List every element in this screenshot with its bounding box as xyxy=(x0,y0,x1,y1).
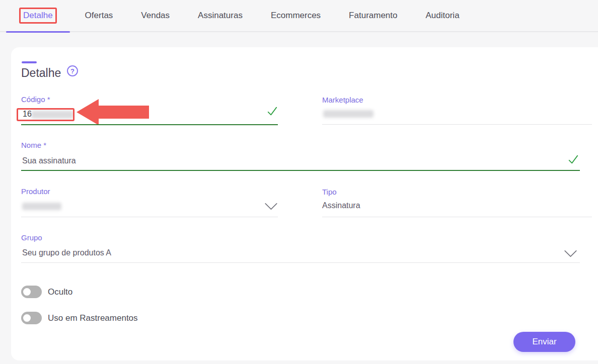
toggle-knob xyxy=(22,287,32,297)
tab-faturamento[interactable]: Faturamento xyxy=(335,0,411,32)
tab-auditoria[interactable]: Auditoria xyxy=(412,0,474,32)
tab-label: Detalhe xyxy=(23,11,53,20)
grupo-label: Grupo xyxy=(21,233,42,242)
tab-label: Ofertas xyxy=(85,11,113,21)
tab-ofertas[interactable]: Ofertas xyxy=(71,0,127,32)
product-detail-page: Detalhe Ofertas Vendas Assinaturas Ecomm… xyxy=(0,0,598,364)
tab-vendas[interactable]: Vendas xyxy=(127,0,184,32)
marketplace-underline xyxy=(322,124,592,125)
produtor-redacted-value xyxy=(22,203,61,210)
produtor-label: Produtor xyxy=(21,187,50,196)
active-tab-indicator xyxy=(6,31,70,33)
oculto-toggle[interactable] xyxy=(21,286,42,298)
tab-label: Assinaturas xyxy=(198,11,243,21)
detail-form-card: Detalhe ? Código * 16 Marketplace Nome *… xyxy=(11,47,598,360)
nome-label: Nome * xyxy=(21,141,46,149)
nome-underline xyxy=(21,170,580,171)
tab-label: Vendas xyxy=(141,11,170,21)
codigo-valid-check-icon xyxy=(267,106,278,117)
tab-label: Auditoria xyxy=(426,11,460,21)
nome-input[interactable]: Sua assinatura xyxy=(22,156,76,165)
tab-ecommerces[interactable]: Ecommerces xyxy=(257,0,335,32)
grupo-select[interactable]: Seu grupo de produtos A xyxy=(22,248,111,257)
tab-bar: Detalhe Ofertas Vendas Assinaturas Ecomm… xyxy=(0,0,598,32)
marketplace-redacted-value xyxy=(323,110,373,118)
page-title: Detalhe xyxy=(21,66,61,80)
tipo-value: Assinatura xyxy=(322,201,360,210)
produtor-chevron-down-icon[interactable] xyxy=(264,203,278,210)
uso-em-rastreamentos-toggle[interactable] xyxy=(21,312,42,324)
annotation-red-box-codigo xyxy=(17,108,74,121)
tab-label: Faturamento xyxy=(349,11,397,21)
oculto-toggle-label: Oculto xyxy=(48,287,72,297)
grupo-underline xyxy=(21,262,580,263)
annotation-arrow-left xyxy=(76,98,150,127)
produtor-underline xyxy=(21,217,278,217)
tab-assinaturas[interactable]: Assinaturas xyxy=(184,0,257,32)
help-icon[interactable]: ? xyxy=(67,65,78,76)
codigo-label: Código * xyxy=(21,95,50,104)
toggle-knob xyxy=(22,313,32,323)
grupo-chevron-down-icon[interactable] xyxy=(564,250,577,257)
tipo-label: Tipo xyxy=(322,188,337,196)
uso-em-rastreamentos-toggle-label: Uso em Rastreamentos xyxy=(48,313,138,323)
marketplace-label: Marketplace xyxy=(322,96,363,104)
tipo-underline xyxy=(322,217,592,217)
annotation-red-box-tab: Detalhe xyxy=(19,8,57,24)
codigo-underline xyxy=(21,124,278,125)
title-accent-dash xyxy=(22,61,37,63)
tab-detalhe[interactable]: Detalhe xyxy=(5,0,71,32)
tab-label: Ecommerces xyxy=(271,11,321,21)
nome-valid-check-icon xyxy=(568,154,579,165)
enviar-button[interactable]: Enviar xyxy=(513,332,575,352)
